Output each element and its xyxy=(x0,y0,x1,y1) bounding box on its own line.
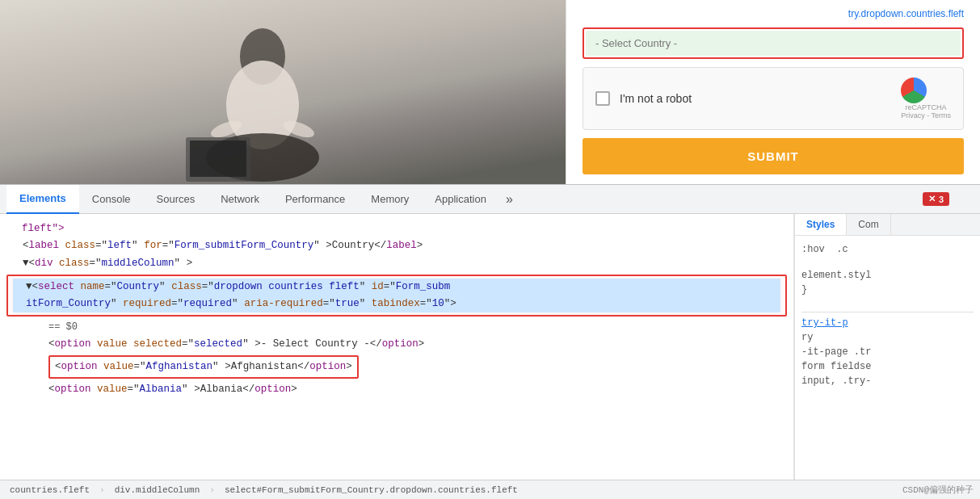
captcha-checkbox[interactable] xyxy=(595,91,610,106)
styles-content: :hov .c element.styl } try-it-p ry -it-p… xyxy=(795,236,980,395)
tab-memory[interactable]: Memory xyxy=(358,185,422,214)
tab-network[interactable]: Network xyxy=(208,185,272,214)
tab-console[interactable]: Console xyxy=(79,185,144,214)
dollar-marker: == $0 xyxy=(0,319,793,335)
captcha-row: I'm not a robot reCAPTCHA Privacy - Term… xyxy=(583,67,964,130)
style-line: input, .try- xyxy=(801,374,974,388)
code-line: ▼<div class="middleColumn" > xyxy=(0,255,793,272)
recaptcha-icon xyxy=(901,78,927,103)
style-line: -it-page .tr xyxy=(801,345,974,359)
styles-tab-computed[interactable]: Com xyxy=(847,214,890,235)
status-item-fleft[interactable]: countries.fleft xyxy=(6,485,93,495)
style-line: } xyxy=(801,283,974,297)
devtools-body: fleft"> <label class="left" for="Form_su… xyxy=(0,214,980,499)
code-line-select-2: itForm_Country" required="required" aria… xyxy=(13,296,780,312)
select-country-input[interactable] xyxy=(586,31,961,56)
form-panel: try.dropdown.countries.fleft I'm not a r… xyxy=(566,0,980,186)
style-line: :hov .c xyxy=(801,242,974,257)
code-line-option-select: <option value selected="selected" >- Sel… xyxy=(0,336,793,353)
code-line: fleft"> xyxy=(0,220,793,237)
devtools-panel: Elements Console Sources Network Perform… xyxy=(0,184,980,499)
code-line-option-albania: <option value="Albania" >Albania</option… xyxy=(0,381,793,398)
captcha-sub: Privacy - Terms xyxy=(901,111,951,120)
captcha-label: I'm not a robot xyxy=(620,92,692,105)
tab-performance[interactable]: Performance xyxy=(272,185,358,214)
select-highlight-box: ▼<select name="Country" class="dropdown … xyxy=(6,275,787,317)
watermark: CSDN@偏强的种子 xyxy=(902,484,974,496)
styles-tab-styles[interactable]: Styles xyxy=(795,214,847,235)
tab-elements[interactable]: Elements xyxy=(6,185,79,214)
person-silhouette xyxy=(162,8,364,186)
photo-area xyxy=(0,0,566,186)
svg-rect-6 xyxy=(190,140,246,177)
url-text: try.dropdown.countries.fleft xyxy=(583,8,964,19)
style-line: ry xyxy=(801,330,974,345)
error-icon: ✕ xyxy=(928,194,936,204)
select-country-wrapper xyxy=(583,27,964,59)
style-line: element.styl xyxy=(801,268,974,283)
option-afghanistan-box: <option value="Afghanistan" >Afghanistan… xyxy=(48,355,359,379)
style-line: form fieldse xyxy=(801,359,974,374)
captcha-brand: reCAPTCHA xyxy=(901,103,951,111)
code-line-select-1: ▼<select name="Country" class="dropdown … xyxy=(13,279,780,296)
elements-panel[interactable]: fleft"> <label class="left" for="Form_su… xyxy=(0,214,794,499)
style-line: try-it-p xyxy=(801,316,974,330)
error-badge: ✕ 3 xyxy=(923,192,949,206)
status-item-select[interactable]: select#Form_submitForm_Country.dropdown.… xyxy=(221,485,521,495)
error-count: 3 xyxy=(939,195,944,204)
devtools-tabs-bar: Elements Console Sources Network Perform… xyxy=(0,185,980,214)
status-bar: countries.fleft › div.middleColumn › sel… xyxy=(0,480,980,499)
tab-application[interactable]: Application xyxy=(422,185,499,214)
status-item-middle-column[interactable]: div.middleColumn xyxy=(111,485,204,495)
code-line: <label class="left" for="Form_submitForm… xyxy=(0,237,793,254)
tab-sources[interactable]: Sources xyxy=(144,185,208,214)
more-tabs-button[interactable]: » xyxy=(499,192,519,207)
styles-tabs-bar: Styles Com xyxy=(795,214,980,236)
captcha-logo: reCAPTCHA Privacy - Terms xyxy=(901,78,951,120)
styles-panel: Styles Com :hov .c element.styl } try-it… xyxy=(794,214,980,499)
submit-button[interactable]: SUBMIT xyxy=(583,138,964,174)
